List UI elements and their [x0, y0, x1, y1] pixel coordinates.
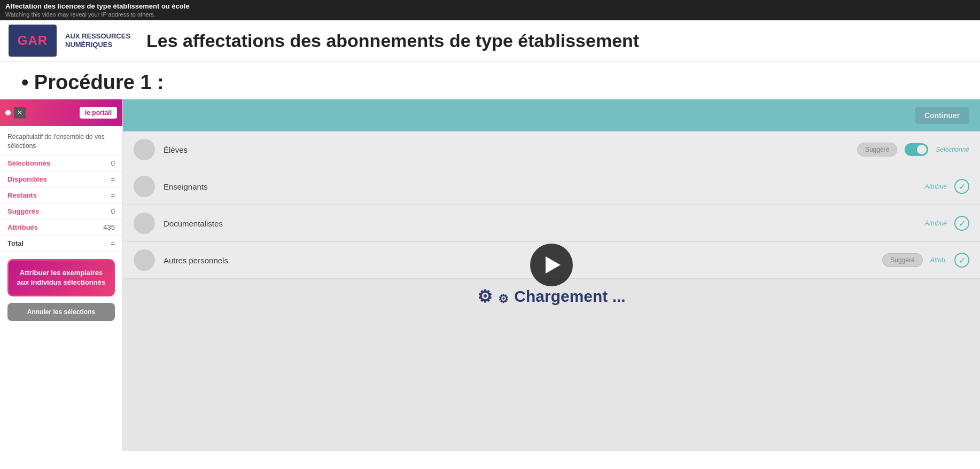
sidebar-summary: Récapitulatif de l'ensemble de vos sélec…: [0, 126, 122, 155]
row-icon-autres: [134, 249, 155, 271]
btn-annuler[interactable]: Annuler les sélections: [7, 303, 115, 321]
sidebar-stat-suggeres: Suggérés 0: [0, 204, 122, 220]
sidebar-stat-value-restants: =: [111, 191, 115, 199]
sidebar-stat-value-suggeres: 0: [111, 207, 115, 215]
sidebar-close-button[interactable]: ✕: [14, 107, 26, 119]
table-row: Élèves Suggéré Sélectionné: [123, 131, 980, 168]
check-circle-autres: ✓: [954, 253, 969, 268]
top-bar: Affectation des licences de type établis…: [0, 0, 980, 20]
sidebar-stat-label-restants: Restants: [7, 191, 37, 199]
btn-suggere-autres[interactable]: Suggéré: [882, 253, 922, 267]
play-icon: [546, 256, 561, 273]
sidebar-stat-disponibles: Disponibles =: [0, 171, 122, 187]
procedure-section: • Procédure 1 :: [0, 61, 980, 99]
sidebar-stat-value-selectionnes: 0: [111, 159, 115, 167]
main-area: ✕ le portail Récapitulatif de l'ensemble…: [0, 99, 980, 451]
sidebar-stat-selectionnes: Sélectionnés 0: [0, 155, 122, 171]
sidebar-top-bar: ✕ le portail: [0, 99, 122, 126]
toggle-selectionnes-eleves[interactable]: [905, 143, 928, 156]
table-row: Enseignants Attribué ✓: [123, 168, 980, 205]
loading-gear2-icon: ⚙: [498, 292, 509, 306]
sidebar-stat-label-suggeres: Suggérés: [7, 207, 39, 215]
btn-suggere-eleves[interactable]: Suggéré: [857, 143, 897, 157]
row-icon-documentalistes: [134, 213, 155, 234]
loading-text-row: ⚙ ⚙ Chargement ...: [477, 286, 625, 307]
watching-notice: Watching this video may reveal your IP a…: [5, 11, 155, 18]
loading-gear-icon: ⚙: [477, 286, 493, 307]
header-text-block: AUX RESSOURCES NUMÉRIQUES: [65, 32, 130, 49]
table-row: Documentalistes Attribué ✓: [123, 205, 980, 242]
sidebar-stat-value-disponibles: =: [111, 175, 115, 183]
row-actions-eleves: Suggéré Sélectionné: [857, 143, 969, 157]
btn-attribuer[interactable]: Attribuer les exemplaires aux individus …: [7, 259, 115, 296]
header-main-title: Les affectations des abonnements de type…: [146, 30, 639, 51]
sidebar: ✕ le portail Récapitulatif de l'ensemble…: [0, 99, 123, 451]
header-subtitle-line1: AUX RESSOURCES: [65, 32, 130, 41]
badge-attribue-autres: Attrib.: [930, 256, 947, 264]
row-label-eleves: Élèves: [164, 145, 857, 154]
sidebar-dot: [5, 110, 11, 115]
play-button[interactable]: [530, 244, 573, 286]
top-bar-title: Affectation des licences de type établis…: [5, 2, 190, 10]
sidebar-stat-attribues: Attribués 435: [0, 220, 122, 236]
row-label-enseignants: Enseignants: [164, 182, 925, 191]
sidebar-stat-label-disponibles: Disponibles: [7, 175, 47, 183]
sidebar-stat-total: Total =: [0, 236, 122, 252]
content-teal-bar: Continuer: [123, 99, 980, 131]
sidebar-stat-label-total: Total: [7, 239, 24, 247]
logo: GAR: [9, 25, 57, 57]
check-circle-enseignants: ✓: [954, 179, 969, 194]
row-label-autres: Autres personnels: [164, 256, 882, 265]
badge-attribue-documentalistes: Attribué: [925, 220, 947, 227]
badge-selectionnes-eleves: Sélectionné: [936, 146, 969, 153]
check-circle-documentalistes: ✓: [954, 216, 969, 231]
sidebar-stat-value-total: =: [111, 239, 115, 247]
sidebar-stat-restants: Restants =: [0, 187, 122, 204]
btn-continuer[interactable]: Continuer: [915, 107, 969, 124]
content-panel: Continuer Élèves Suggéré Sélectionné Ens…: [123, 99, 980, 451]
header-subtitle-line2: NUMÉRIQUES: [65, 41, 130, 49]
loading-text: Chargement ...: [514, 287, 625, 306]
row-icon-enseignants: [134, 176, 155, 197]
row-actions-documentalistes: Attribué ✓: [925, 216, 969, 231]
row-icon-eleves: [134, 139, 155, 160]
sidebar-stat-value-attribues: 435: [103, 223, 115, 231]
badge-attribue-enseignants: Attribué: [925, 183, 947, 190]
row-actions-autres: Suggéré Attrib. ✓: [882, 253, 969, 268]
sidebar-stat-label-attribues: Attribués: [7, 223, 38, 231]
row-label-documentalistes: Documentalistes: [164, 219, 925, 228]
row-actions-enseignants: Attribué ✓: [925, 179, 969, 194]
header: GAR AUX RESSOURCES NUMÉRIQUES Les affect…: [0, 20, 980, 61]
procedure-title: • Procédure 1 :: [21, 71, 164, 93]
sidebar-stat-label-selectionnes: Sélectionnés: [7, 159, 50, 167]
sidebar-portal-button[interactable]: le portail: [80, 107, 117, 119]
